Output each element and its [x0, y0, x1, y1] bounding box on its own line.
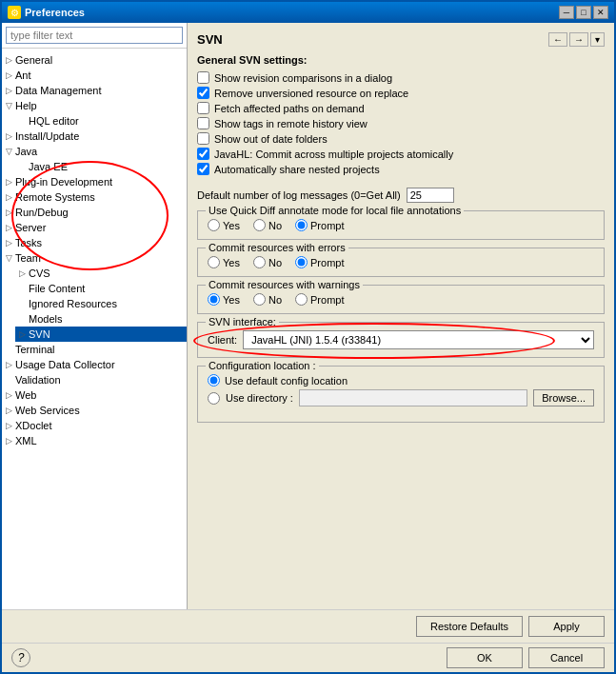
client-select[interactable]: JavaHL (JNI) 1.5.4 (r33841) SVNKit (Pure…	[243, 330, 594, 349]
expand-remote: ▷	[2, 190, 15, 204]
right-panel: SVN ← → ▾ General SVN settings: Show rev…	[188, 23, 614, 609]
minimize-button[interactable]: ─	[559, 6, 574, 19]
maximize-button[interactable]: □	[576, 6, 591, 19]
commit-warnings-radios: Yes No Prompt	[208, 293, 594, 306]
radio-quick-diff-prompt[interactable]	[295, 219, 308, 231]
tree-item-terminal[interactable]: Terminal	[2, 342, 187, 357]
tree-item-data-management[interactable]: ▷ Data Management	[2, 83, 187, 98]
tree-item-java[interactable]: ▽ Java	[2, 144, 187, 159]
apply-button[interactable]: Apply	[528, 616, 605, 637]
tree-item-hql-editor[interactable]: HQL editor	[15, 113, 187, 129]
checkbox-javaHL[interactable]	[197, 148, 209, 160]
checkboxes-group: Show revision comparisons in a dialog Re…	[197, 71, 605, 178]
filter-box	[2, 23, 187, 49]
tree-item-remote-systems[interactable]: ▷ Remote Systems	[2, 189, 187, 205]
tree-item-validation[interactable]: Validation	[2, 372, 187, 387]
forward-button[interactable]: →	[569, 32, 588, 47]
filter-input[interactable]	[6, 27, 183, 44]
radio-commit-errors-prompt[interactable]	[295, 256, 308, 268]
title-bar: ⚙ Preferences ─ □ ✕	[2, 2, 614, 23]
radio-commit-warnings-prompt[interactable]	[295, 293, 308, 306]
commit-errors-yes[interactable]: Yes	[208, 256, 240, 268]
checkbox-show-revision[interactable]	[197, 71, 209, 84]
ok-button[interactable]: OK	[447, 647, 523, 668]
tree-item-xdoclet[interactable]: ▷ XDoclet	[2, 418, 187, 433]
log-messages-input[interactable]	[407, 188, 454, 203]
checkbox-show-tags[interactable]	[197, 117, 209, 129]
tree-item-help[interactable]: ▽ Help	[2, 98, 187, 113]
tree-area: ▷ General ▷ Ant ▷ Data Management ▽ Help	[2, 49, 187, 609]
radio-quick-diff-no[interactable]	[253, 219, 266, 231]
tree-item-cvs[interactable]: ▷ CVS	[15, 266, 187, 281]
tree-item-general[interactable]: ▷ General	[2, 52, 187, 68]
quick-diff-no[interactable]: No	[253, 219, 282, 231]
quick-diff-prompt[interactable]: Prompt	[295, 219, 344, 231]
preferences-window: ⚙ Preferences ─ □ ✕ ▷ General ▷ Ant	[0, 0, 616, 674]
restore-defaults-button[interactable]: Restore Defaults	[416, 616, 523, 637]
config-default-row: Use default config location	[208, 374, 594, 387]
expand-ignored	[15, 297, 29, 310]
svn-interface-title: SVN interface:	[206, 316, 279, 327]
tree-item-file-content[interactable]: File Content	[15, 281, 187, 296]
expand-team: ▽	[2, 251, 15, 265]
back-button[interactable]: ←	[548, 32, 567, 47]
commit-warnings-yes[interactable]: Yes	[208, 293, 240, 306]
tree-item-java-ee[interactable]: Java EE	[15, 159, 187, 174]
window-icon: ⚙	[8, 6, 21, 19]
cancel-button[interactable]: Cancel	[528, 647, 605, 668]
radio-config-default[interactable]	[208, 374, 220, 387]
check-remove-unversioned: Remove unversioned resource on replace	[197, 87, 605, 99]
expand-cvs: ▷	[15, 267, 29, 280]
expand-models	[15, 312, 29, 326]
tree-item-models[interactable]: Models	[15, 311, 187, 327]
close-button[interactable]: ✕	[593, 6, 608, 19]
tree-item-web[interactable]: ▷ Web	[2, 387, 187, 403]
log-messages-row: Default number of log messages (0=Get Al…	[197, 188, 605, 203]
help-button[interactable]: ?	[11, 648, 30, 667]
commit-errors-no[interactable]: No	[253, 256, 282, 268]
content-area: ▷ General ▷ Ant ▷ Data Management ▽ Help	[2, 23, 614, 609]
log-messages-label: Default number of log messages (0=Get Al…	[197, 189, 401, 201]
expand-web-services: ▷	[2, 404, 15, 417]
radio-commit-warnings-no[interactable]	[253, 293, 266, 306]
tree-item-xml[interactable]: ▷ XML	[2, 433, 187, 448]
radio-commit-errors-no[interactable]	[253, 256, 266, 268]
window-title: Preferences	[25, 7, 85, 18]
radio-quick-diff-yes[interactable]	[208, 219, 220, 231]
commit-warnings-prompt[interactable]: Prompt	[295, 293, 344, 306]
quick-diff-title: Use Quick Diff annotate mode for local f…	[206, 205, 464, 216]
tree-item-ignored-resources[interactable]: Ignored Resources	[15, 296, 187, 311]
quick-diff-yes[interactable]: Yes	[208, 219, 240, 231]
general-settings-label: General SVN settings:	[197, 54, 605, 66]
radio-commit-errors-yes[interactable]	[208, 256, 220, 268]
config-directory-input[interactable]	[299, 389, 527, 406]
expand-terminal	[2, 343, 15, 356]
radio-commit-warnings-yes[interactable]	[208, 293, 220, 306]
expand-install: ▷	[2, 129, 15, 143]
tree-item-tasks[interactable]: ▷ Tasks	[2, 235, 187, 250]
tree-item-server[interactable]: ▷ Server	[2, 220, 187, 235]
tree-item-install-update[interactable]: ▷ Install/Update	[2, 129, 187, 144]
nav-dropdown-button[interactable]: ▾	[590, 32, 605, 47]
commit-warnings-no[interactable]: No	[253, 293, 282, 306]
ok-cancel-buttons: OK Cancel	[447, 647, 605, 668]
quick-diff-group: Use Quick Diff annotate mode for local f…	[197, 210, 605, 240]
tree-item-run-debug[interactable]: ▷ Run/Debug	[2, 205, 187, 220]
commit-errors-prompt[interactable]: Prompt	[295, 256, 344, 268]
expand-hql	[15, 114, 29, 128]
radio-config-directory[interactable]	[208, 392, 220, 405]
tree-item-team[interactable]: ▽ Team	[2, 250, 187, 266]
tree-item-svn[interactable]: ▷ SVN	[15, 327, 187, 342]
tree-item-ant[interactable]: ▷ Ant	[2, 68, 187, 83]
check-javaHL: JavaHL: Commit across multiple projects …	[197, 148, 605, 160]
tree-item-usage-data[interactable]: ▷ Usage Data Collector	[2, 357, 187, 372]
checkbox-fetch-affected[interactable]	[197, 102, 209, 114]
action-buttons: Restore Defaults Apply	[2, 609, 614, 643]
tree-item-web-services[interactable]: ▷ Web Services	[2, 403, 187, 418]
browse-button[interactable]: Browse...	[533, 389, 594, 406]
expand-server: ▷	[2, 221, 15, 234]
checkbox-date-folders[interactable]	[197, 132, 209, 145]
checkbox-auto-share[interactable]	[197, 163, 209, 175]
checkbox-remove-unversioned[interactable]	[197, 87, 209, 99]
tree-item-plugin-dev[interactable]: ▷ Plug-in Development	[2, 174, 187, 189]
